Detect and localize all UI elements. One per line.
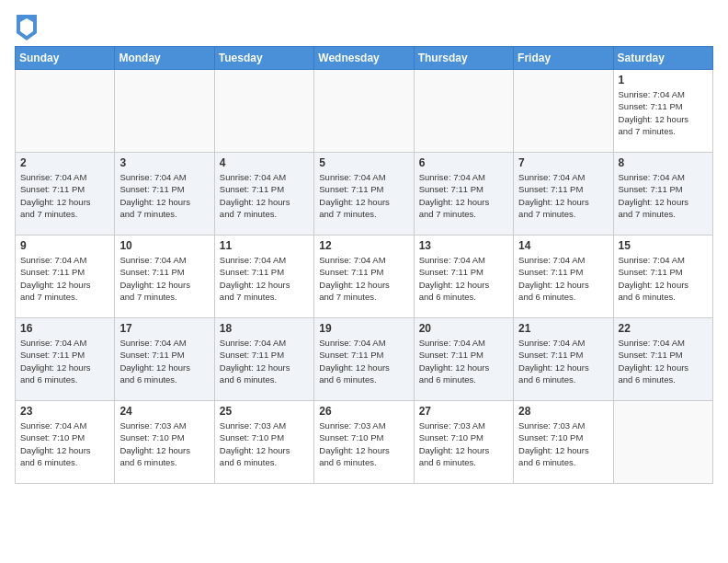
- calendar-cell: 6Sunrise: 7:04 AM Sunset: 7:11 PM Daylig…: [414, 153, 513, 236]
- day-number: 25: [220, 405, 309, 418]
- day-info: Sunrise: 7:03 AM Sunset: 7:10 PM Dayligh…: [518, 419, 608, 468]
- day-number: 20: [419, 322, 508, 335]
- calendar-cell: 25Sunrise: 7:03 AM Sunset: 7:10 PM Dayli…: [214, 401, 313, 484]
- calendar-week-row: 1Sunrise: 7:04 AM Sunset: 7:11 PM Daylig…: [16, 70, 713, 153]
- day-info: Sunrise: 7:04 AM Sunset: 7:11 PM Dayligh…: [20, 254, 109, 303]
- calendar-cell: [613, 401, 712, 484]
- day-info: Sunrise: 7:04 AM Sunset: 7:10 PM Dayligh…: [20, 419, 109, 468]
- calendar-cell: 19Sunrise: 7:04 AM Sunset: 7:11 PM Dayli…: [314, 318, 414, 401]
- day-info: Sunrise: 7:04 AM Sunset: 7:11 PM Dayligh…: [419, 337, 508, 385]
- day-info: Sunrise: 7:03 AM Sunset: 7:10 PM Dayligh…: [419, 419, 508, 468]
- day-header-tuesday: Tuesday: [214, 47, 313, 70]
- day-number: 8: [619, 156, 708, 169]
- day-header-friday: Friday: [514, 47, 613, 70]
- day-number: 26: [319, 405, 408, 418]
- day-info: Sunrise: 7:03 AM Sunset: 7:10 PM Dayligh…: [319, 419, 408, 468]
- calendar-week-row: 23Sunrise: 7:04 AM Sunset: 7:10 PM Dayli…: [16, 401, 713, 484]
- calendar-cell: 4Sunrise: 7:04 AM Sunset: 7:11 PM Daylig…: [214, 153, 313, 236]
- day-info: Sunrise: 7:04 AM Sunset: 7:11 PM Dayligh…: [119, 337, 209, 385]
- calendar-cell: 14Sunrise: 7:04 AM Sunset: 7:11 PM Dayli…: [514, 236, 613, 318]
- logo-icon: [17, 15, 37, 40]
- day-number: 27: [419, 405, 508, 418]
- calendar-cell: [314, 70, 414, 153]
- day-info: Sunrise: 7:04 AM Sunset: 7:11 PM Dayligh…: [619, 254, 708, 303]
- calendar-table: SundayMondayTuesdayWednesdayThursdayFrid…: [15, 46, 713, 484]
- calendar-cell: 24Sunrise: 7:03 AM Sunset: 7:10 PM Dayli…: [115, 401, 214, 484]
- logo: [15, 15, 37, 40]
- calendar-cell: 10Sunrise: 7:04 AM Sunset: 7:11 PM Dayli…: [115, 236, 214, 318]
- day-info: Sunrise: 7:04 AM Sunset: 7:11 PM Dayligh…: [220, 337, 309, 385]
- day-number: 24: [119, 405, 209, 418]
- day-info: Sunrise: 7:04 AM Sunset: 7:11 PM Dayligh…: [419, 254, 508, 303]
- calendar-cell: 8Sunrise: 7:04 AM Sunset: 7:11 PM Daylig…: [613, 153, 712, 236]
- calendar-cell: [414, 70, 513, 153]
- calendar-cell: 15Sunrise: 7:04 AM Sunset: 7:11 PM Dayli…: [613, 236, 712, 318]
- calendar-header-row: SundayMondayTuesdayWednesdayThursdayFrid…: [16, 47, 713, 70]
- day-info: Sunrise: 7:04 AM Sunset: 7:11 PM Dayligh…: [619, 88, 708, 137]
- day-info: Sunrise: 7:04 AM Sunset: 7:11 PM Dayligh…: [518, 171, 608, 220]
- day-number: 21: [518, 322, 608, 335]
- calendar-cell: 2Sunrise: 7:04 AM Sunset: 7:11 PM Daylig…: [16, 153, 115, 236]
- day-number: 18: [220, 322, 309, 335]
- calendar-cell: [214, 70, 313, 153]
- calendar-cell: 23Sunrise: 7:04 AM Sunset: 7:10 PM Dayli…: [16, 401, 115, 484]
- day-info: Sunrise: 7:04 AM Sunset: 7:11 PM Dayligh…: [119, 171, 209, 220]
- day-number: 13: [419, 239, 508, 252]
- day-number: 3: [119, 156, 209, 169]
- day-number: 16: [20, 322, 109, 335]
- calendar-cell: 21Sunrise: 7:04 AM Sunset: 7:11 PM Dayli…: [514, 318, 613, 401]
- day-header-wednesday: Wednesday: [314, 47, 414, 70]
- calendar-week-row: 2Sunrise: 7:04 AM Sunset: 7:11 PM Daylig…: [16, 153, 713, 236]
- day-number: 11: [220, 239, 309, 252]
- day-number: 2: [20, 156, 109, 169]
- page-header: [15, 15, 713, 40]
- day-info: Sunrise: 7:04 AM Sunset: 7:11 PM Dayligh…: [518, 254, 608, 303]
- calendar-cell: 16Sunrise: 7:04 AM Sunset: 7:11 PM Dayli…: [16, 318, 115, 401]
- day-header-sunday: Sunday: [16, 47, 115, 70]
- day-info: Sunrise: 7:04 AM Sunset: 7:11 PM Dayligh…: [20, 171, 109, 220]
- calendar-cell: 1Sunrise: 7:04 AM Sunset: 7:11 PM Daylig…: [613, 70, 712, 153]
- calendar-cell: 28Sunrise: 7:03 AM Sunset: 7:10 PM Dayli…: [514, 401, 613, 484]
- day-info: Sunrise: 7:04 AM Sunset: 7:11 PM Dayligh…: [619, 337, 708, 385]
- day-number: 5: [319, 156, 408, 169]
- day-info: Sunrise: 7:03 AM Sunset: 7:10 PM Dayligh…: [220, 419, 309, 468]
- day-number: 1: [619, 74, 708, 86]
- day-number: 9: [20, 239, 109, 252]
- calendar-cell: [514, 70, 613, 153]
- calendar-cell: 5Sunrise: 7:04 AM Sunset: 7:11 PM Daylig…: [314, 153, 414, 236]
- calendar-cell: 3Sunrise: 7:04 AM Sunset: 7:11 PM Daylig…: [115, 153, 214, 236]
- calendar-cell: [115, 70, 214, 153]
- day-info: Sunrise: 7:04 AM Sunset: 7:11 PM Dayligh…: [319, 337, 408, 385]
- day-number: 15: [619, 239, 708, 252]
- day-number: 7: [518, 156, 608, 169]
- calendar-cell: 22Sunrise: 7:04 AM Sunset: 7:11 PM Dayli…: [613, 318, 712, 401]
- day-number: 22: [619, 322, 708, 335]
- calendar-cell: 20Sunrise: 7:04 AM Sunset: 7:11 PM Dayli…: [414, 318, 513, 401]
- day-info: Sunrise: 7:04 AM Sunset: 7:11 PM Dayligh…: [319, 254, 408, 303]
- day-info: Sunrise: 7:04 AM Sunset: 7:11 PM Dayligh…: [518, 337, 608, 385]
- day-info: Sunrise: 7:04 AM Sunset: 7:11 PM Dayligh…: [419, 171, 508, 220]
- day-number: 28: [518, 405, 608, 418]
- day-info: Sunrise: 7:04 AM Sunset: 7:11 PM Dayligh…: [220, 254, 309, 303]
- day-number: 12: [319, 239, 408, 252]
- calendar-cell: 26Sunrise: 7:03 AM Sunset: 7:10 PM Dayli…: [314, 401, 414, 484]
- calendar-cell: 7Sunrise: 7:04 AM Sunset: 7:11 PM Daylig…: [514, 153, 613, 236]
- calendar-week-row: 16Sunrise: 7:04 AM Sunset: 7:11 PM Dayli…: [16, 318, 713, 401]
- day-number: 14: [518, 239, 608, 252]
- day-info: Sunrise: 7:04 AM Sunset: 7:11 PM Dayligh…: [220, 171, 309, 220]
- day-info: Sunrise: 7:04 AM Sunset: 7:11 PM Dayligh…: [319, 171, 408, 220]
- day-info: Sunrise: 7:04 AM Sunset: 7:11 PM Dayligh…: [119, 254, 209, 303]
- day-number: 4: [220, 156, 309, 169]
- calendar-cell: [16, 70, 115, 153]
- day-number: 23: [20, 405, 109, 418]
- calendar-cell: 11Sunrise: 7:04 AM Sunset: 7:11 PM Dayli…: [214, 236, 313, 318]
- day-header-monday: Monday: [115, 47, 214, 70]
- calendar-cell: 18Sunrise: 7:04 AM Sunset: 7:11 PM Dayli…: [214, 318, 313, 401]
- day-number: 10: [119, 239, 209, 252]
- day-header-saturday: Saturday: [613, 47, 712, 70]
- calendar-cell: 9Sunrise: 7:04 AM Sunset: 7:11 PM Daylig…: [16, 236, 115, 318]
- calendar-cell: 13Sunrise: 7:04 AM Sunset: 7:11 PM Dayli…: [414, 236, 513, 318]
- calendar-week-row: 9Sunrise: 7:04 AM Sunset: 7:11 PM Daylig…: [16, 236, 713, 318]
- day-info: Sunrise: 7:04 AM Sunset: 7:11 PM Dayligh…: [20, 337, 109, 385]
- day-info: Sunrise: 7:03 AM Sunset: 7:10 PM Dayligh…: [119, 419, 209, 468]
